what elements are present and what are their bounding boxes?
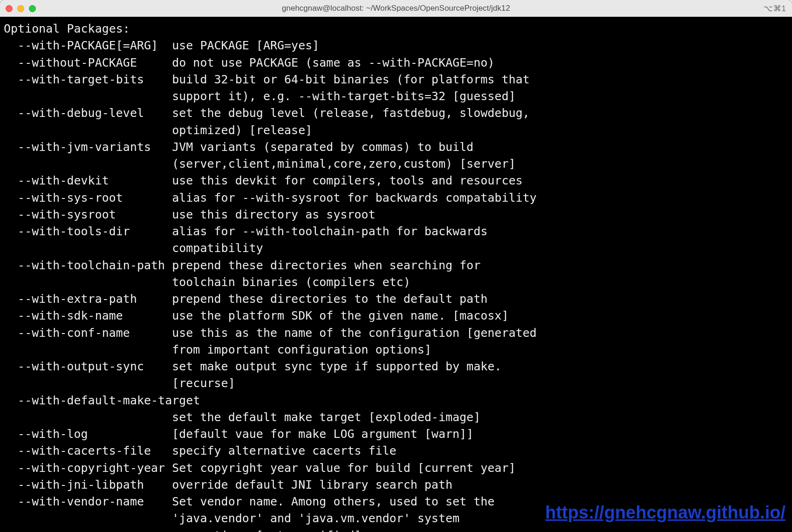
terminal-line: [recurse] bbox=[4, 375, 788, 392]
terminal-line: from important configuration options] bbox=[4, 341, 788, 358]
terminal-line: toolchain binaries (compilers etc) bbox=[4, 274, 788, 291]
traffic-lights bbox=[6, 5, 36, 12]
terminal-line: --with-sdk-nameuse the platform SDK of t… bbox=[4, 307, 788, 324]
terminal-line: --with-debug-levelset the debug level (r… bbox=[4, 105, 788, 122]
option-description: [default vaue for make LOG argument [war… bbox=[172, 426, 788, 443]
option-description: alias for --with-sysroot for backwards c… bbox=[172, 190, 788, 206]
option-flag: --with-debug-level bbox=[4, 105, 172, 122]
shortcut-hint: ⌥⌘1 bbox=[764, 4, 786, 14]
terminal-line: (server,client,minimal,core,zero,custom)… bbox=[4, 156, 788, 172]
option-description: use this as the name of the configuratio… bbox=[172, 325, 788, 341]
option-flag: --with-extra-path bbox=[4, 291, 172, 307]
option-flag: --with-sdk-name bbox=[4, 307, 172, 324]
option-flag: --with-output-sync bbox=[4, 358, 172, 375]
terminal-line: --with-extra-pathprepend these directori… bbox=[4, 291, 788, 307]
option-description: JVM variants (separated by commas) to bu… bbox=[172, 139, 788, 156]
option-description-continuation: (server,client,minimal,core,zero,custom)… bbox=[4, 156, 516, 172]
terminal-line: --with-target-bitsbuild 32-bit or 64-bit… bbox=[4, 71, 788, 88]
option-description-continuation: [recurse] bbox=[4, 375, 235, 392]
option-description-continuation: set the default make target [exploded-im… bbox=[4, 409, 480, 426]
option-flag: --with-PACKAGE[=ARG] bbox=[4, 37, 172, 54]
option-flag: --with-log bbox=[4, 426, 172, 443]
option-flag: --with-jvm-variants bbox=[4, 139, 172, 156]
terminal-line: --with-tools-diralias for --with-toolcha… bbox=[4, 223, 788, 240]
option-flag: --with-tools-dir bbox=[4, 223, 172, 240]
terminal-output[interactable]: Optional Packages:--with-PACKAGE[=ARG]us… bbox=[0, 17, 792, 532]
option-description-continuation: 'java.vendor' and 'java.vm.vendor' syste… bbox=[4, 510, 459, 527]
terminal-line: optimized) [release] bbox=[4, 122, 788, 139]
option-description-continuation: support it), e.g. --with-target-bits=32 … bbox=[4, 88, 516, 105]
option-description: use this devkit for compilers, tools and… bbox=[172, 172, 788, 189]
window-title: gnehcgnaw@localhost: ~/WorkSpaces/OpenSo… bbox=[282, 4, 510, 13]
terminal-line: properties. [not specified] bbox=[4, 527, 788, 532]
option-description: alias for --with-toolchain-path for back… bbox=[172, 223, 788, 240]
option-description: prepend these directories when searching… bbox=[172, 257, 788, 274]
maximize-icon[interactable] bbox=[29, 5, 36, 12]
option-description-continuation: toolchain binaries (compilers etc) bbox=[4, 274, 410, 291]
terminal-line: --with-devkituse this devkit for compile… bbox=[4, 172, 788, 189]
option-description-continuation: compatibility bbox=[4, 240, 263, 257]
titlebar: gnehcgnaw@localhost: ~/WorkSpaces/OpenSo… bbox=[0, 0, 792, 17]
option-description: use this directory as sysroot bbox=[172, 206, 788, 223]
option-flag: --with-sys-root bbox=[4, 190, 172, 206]
terminal-line: --with-toolchain-pathprepend these direc… bbox=[4, 257, 788, 274]
terminal-line: set the default make target [exploded-im… bbox=[4, 409, 788, 426]
option-description-continuation: optimized) [release] bbox=[4, 122, 312, 139]
terminal-line: --with-PACKAGE[=ARG]use PACKAGE [ARG=yes… bbox=[4, 37, 788, 54]
option-description: specify alternative cacerts file bbox=[172, 443, 788, 459]
terminal-window: gnehcgnaw@localhost: ~/WorkSpaces/OpenSo… bbox=[0, 0, 792, 532]
option-description: override default JNI library search path bbox=[172, 477, 788, 493]
option-flag: --with-toolchain-path bbox=[4, 257, 172, 274]
terminal-line: --with-cacerts-filespecify alternative c… bbox=[4, 443, 788, 459]
option-flag: --with-default-make-target bbox=[4, 392, 200, 409]
option-flag: --with-cacerts-file bbox=[4, 443, 172, 459]
option-flag: --with-target-bits bbox=[4, 71, 172, 88]
option-description: prepend these directories to the default… bbox=[172, 291, 788, 307]
watermark-link[interactable]: https://gnehcgnaw.github.io/ bbox=[545, 503, 785, 523]
minimize-icon[interactable] bbox=[17, 5, 24, 12]
terminal-line: --with-conf-nameuse this as the name of … bbox=[4, 325, 788, 341]
terminal-line: compatibility bbox=[4, 240, 788, 257]
option-flag: --with-devkit bbox=[4, 172, 172, 189]
option-description: set make output sync type if supported b… bbox=[172, 358, 788, 375]
terminal-line: --with-copyright-yearSet copyright year … bbox=[4, 460, 788, 477]
terminal-line: support it), e.g. --with-target-bits=32 … bbox=[4, 88, 788, 105]
option-description-continuation: from important configuration options] bbox=[4, 341, 431, 358]
option-description: set the debug level (release, fastdebug,… bbox=[172, 105, 788, 122]
option-flag: --with-conf-name bbox=[4, 325, 172, 341]
terminal-line: --with-sysrootuse this directory as sysr… bbox=[4, 206, 788, 223]
option-description: build 32-bit or 64-bit binaries (for pla… bbox=[172, 71, 788, 88]
terminal-line: --with-jvm-variantsJVM variants (separat… bbox=[4, 139, 788, 156]
close-icon[interactable] bbox=[6, 5, 13, 12]
option-flag: --without-PACKAGE bbox=[4, 55, 172, 71]
option-flag: --with-copyright-year bbox=[4, 460, 172, 477]
terminal-line: --with-log[default vaue for make LOG arg… bbox=[4, 426, 788, 443]
option-flag: --with-sysroot bbox=[4, 206, 172, 223]
section-heading: Optional Packages: bbox=[4, 20, 788, 37]
option-description-continuation: properties. [not specified] bbox=[4, 527, 362, 532]
option-description: use the platform SDK of the given name. … bbox=[172, 307, 788, 324]
terminal-line: --with-default-make-target bbox=[4, 392, 788, 409]
option-flag: --with-jni-libpath bbox=[4, 477, 172, 493]
terminal-line: --with-output-syncset make output sync t… bbox=[4, 358, 788, 375]
option-description: Set copyright year value for build [curr… bbox=[172, 460, 788, 477]
terminal-line: --with-sys-rootalias for --with-sysroot … bbox=[4, 190, 788, 206]
option-flag: --with-vendor-name bbox=[4, 493, 172, 510]
option-description: do not use PACKAGE (same as --with-PACKA… bbox=[172, 55, 788, 71]
option-description: use PACKAGE [ARG=yes] bbox=[172, 37, 788, 54]
terminal-line: --with-jni-libpathoverride default JNI l… bbox=[4, 477, 788, 493]
terminal-line: --without-PACKAGEdo not use PACKAGE (sam… bbox=[4, 55, 788, 71]
